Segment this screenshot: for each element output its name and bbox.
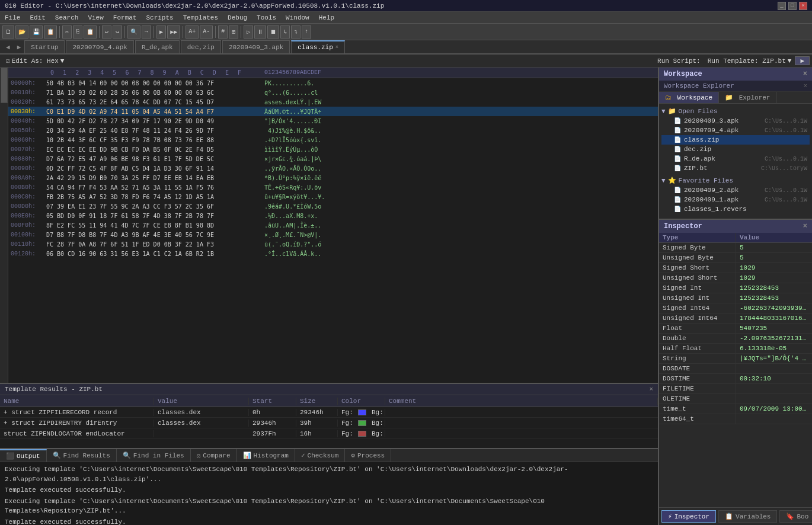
menu-edit[interactable]: Edit — [25, 13, 50, 23]
favorite-file-item[interactable]: 📄 20200409_2.apk C:\Us...0.1W — [661, 185, 810, 195]
template-table[interactable]: Name Value Start Size Color Comment + st… — [0, 395, 658, 448]
output-tab-find-results[interactable]: 🔍 Find Results — [47, 449, 117, 462]
hex-row[interactable]: 00070h: EC EC EC EC EE DD 9B CB FD DA B5… — [8, 145, 658, 154]
maximize-button[interactable]: □ — [788, 2, 797, 10]
inspector-tab-boo[interactable]: 🔖 Boo — [779, 510, 812, 523]
debug-step-button[interactable]: ↳ — [280, 25, 290, 39]
debug-out-button[interactable]: ↑ — [302, 25, 311, 39]
hex-row[interactable]: 000E0h: 05 BD D0 0F 91 18 7F 61 58 7F 4D… — [8, 211, 658, 220]
tab-nav-left[interactable]: ◀ — [2, 40, 14, 53]
redo-button[interactable]: ↪ — [113, 25, 122, 39]
workspace-panel-close[interactable]: × — [803, 70, 807, 78]
ws-tab-workspace[interactable]: 🗂 Workspace — [659, 92, 719, 103]
left-scrollbar[interactable] — [0, 68, 8, 383]
open-file-item[interactable]: 📄 class.zip — [661, 135, 810, 145]
open-file-item[interactable]: 📄 20200409_3.apk C:\Us...0.1W — [661, 116, 810, 126]
hex-row[interactable]: 000C0h: FB 2B 75 A5 A7 52 3D 78 FD F6 74… — [8, 192, 658, 201]
inspector-tab-variables[interactable]: 📋 Variables — [718, 510, 777, 523]
tab-rde[interactable]: R_de,apk — [135, 40, 180, 53]
hex-row[interactable]: 000A0h: 2A 42 29 15 D9 B0 70 3A 25 FF D7… — [8, 173, 658, 183]
favorite-file-item[interactable]: 📄 20200409_1.apk C:\Us...0.1W — [661, 195, 810, 204]
open-files-header[interactable]: ▼ 📁 Open Files — [661, 106, 810, 116]
goto-button[interactable]: → — [142, 25, 151, 39]
hex-row[interactable]: 00050h: 20 34 29 4A EF 25 40 E8 7F 48 11… — [8, 126, 658, 135]
menu-search[interactable]: Search — [50, 13, 84, 23]
open-file-item[interactable]: 📄 R_de.apk C:\Us...0.1W — [661, 154, 810, 164]
save-button[interactable]: 💾 — [30, 25, 43, 39]
run-template-dropdown[interactable]: Run Template: ZIP.bt ▼ — [704, 57, 795, 65]
inspector-rows-container[interactable]: Signed Byte 5 Unsigned Byte 5 Signed Sho… — [659, 243, 812, 507]
output-tab-output[interactable]: ⬛ Output — [0, 449, 47, 462]
output-tab-find-in-files[interactable]: 🔍 Find in Files — [117, 449, 191, 462]
tab-startup[interactable]: Startup — [24, 40, 65, 53]
output-tab-histogram[interactable]: 📊 Histogram — [237, 449, 295, 462]
grid-button[interactable]: ⊞ — [229, 25, 238, 39]
hex-row[interactable]: 000B0h: 54 CA 94 F7 F4 53 AA 52 71 A5 3A… — [8, 183, 658, 192]
run-template-button-small[interactable]: ▶ — [795, 56, 810, 65]
new-button[interactable]: 🗋 — [2, 25, 14, 39]
menu-window[interactable]: Window — [281, 13, 314, 23]
save-all-button[interactable]: 📋 — [44, 25, 57, 39]
hex-row[interactable]: 00000h: 50 4B 03 04 14 00 00 00 08 00 00… — [8, 78, 658, 88]
menu-help[interactable]: Help — [314, 13, 339, 23]
hex-row[interactable]: 000F0h: 8F E2 FC 55 11 94 41 4D 7C 7F CE… — [8, 220, 658, 230]
scrollbar-thumb[interactable] — [1, 68, 8, 103]
menu-tools[interactable]: Tools — [252, 13, 281, 23]
hex-row[interactable]: 00100h: D7 B8 7F D8 B8 7F 4D A3 9B AF 4E… — [8, 230, 658, 239]
cut-button[interactable]: ✂ — [62, 25, 72, 39]
template-results-close[interactable]: × — [649, 386, 653, 393]
tab-dec[interactable]: dec,zip — [181, 40, 221, 53]
open-file-item[interactable]: 📄 20200709_4.apk C:\Us...0.1W — [661, 126, 810, 135]
zoom-out-button[interactable]: A- — [200, 25, 213, 39]
run-template-chevron[interactable]: ▼ — [788, 57, 792, 65]
output-tab-checksum[interactable]: ✓ Checksum — [295, 449, 345, 462]
inspector-tab-inspector[interactable]: ⚡ Inspector — [661, 510, 716, 523]
copy-button[interactable]: ⎘ — [73, 25, 82, 39]
menu-templates[interactable]: Templates — [178, 13, 223, 23]
calc-button[interactable]: # — [218, 25, 228, 39]
hex-row[interactable]: 00120h: 06 B0 CD 16 90 63 31 56 E3 1A C1… — [8, 249, 658, 258]
edit-as-chevron[interactable]: ▼ — [60, 57, 65, 65]
open-button[interactable]: 📂 — [15, 25, 28, 39]
debug-pause-button[interactable]: ⏸ — [254, 25, 266, 39]
hex-row[interactable]: 000D0h: 07 39 EA E1 23 7F 55 9C 2A A3 CC… — [8, 201, 658, 211]
find-button[interactable]: 🔍 — [127, 25, 140, 39]
tab-nav-right[interactable]: ▶ — [14, 40, 25, 53]
debug-run-button[interactable]: ▷ — [244, 25, 253, 39]
hex-row[interactable]: 00110h: FC 28 7F 0A A8 7F 6F 51 1F ED D0… — [8, 239, 658, 249]
minimize-button[interactable]: _ — [778, 2, 786, 10]
ws-tab-explorer[interactable]: 📁 Explorer — [719, 92, 776, 103]
run-script-button[interactable]: ▶ — [156, 25, 166, 39]
hex-row[interactable]: 00060h: 10 2B 44 3F 6C CF 35 F3 F9 78 7B… — [8, 135, 658, 145]
inspector-close[interactable]: × — [803, 222, 807, 231]
debug-over-button[interactable]: ↴ — [291, 25, 300, 39]
output-tab-process[interactable]: ⚙ Process — [345, 449, 391, 462]
tab-20200709[interactable]: 20200709_4.apk — [66, 40, 133, 53]
tab-classzip-close[interactable]: × — [335, 44, 338, 50]
menu-view[interactable]: View — [83, 13, 108, 23]
hex-row[interactable]: 00090h: 0D 2C FF 72 C5 4F 8F AB C5 D4 1A… — [8, 164, 658, 173]
hex-row[interactable]: 00040h: 5D 0D 42 2F D2 78 27 34 09 7F 17… — [8, 116, 658, 126]
close-button[interactable]: × — [799, 2, 807, 10]
menu-file[interactable]: File — [0, 13, 25, 23]
template-row[interactable]: struct ZIPENDLOCATOR endLocator 2937Fh 1… — [0, 428, 658, 439]
menu-scripts[interactable]: Scripts — [141, 13, 178, 23]
open-file-item[interactable]: 📄 ZIP.bt C:\Us...toryW — [661, 164, 810, 173]
favorite-files-header[interactable]: ▼ ⭐ Favorite Files — [661, 175, 810, 185]
menu-format[interactable]: Format — [108, 13, 142, 23]
tab-20200409[interactable]: 20200409_3.apk — [222, 40, 290, 53]
template-row[interactable]: + struct ZIPFILERECORD record classes.de… — [0, 407, 658, 418]
edit-as-toggle[interactable]: ☑ Edit As: Hex ▼ — [2, 57, 68, 65]
run-template-button[interactable]: ▶▶ — [167, 25, 180, 39]
menu-debug[interactable]: Debug — [223, 13, 252, 23]
template-row[interactable]: + struct ZIPDIRENTRY dirEntry classes.de… — [0, 418, 658, 428]
hex-row[interactable]: 00080h: D7 6A 72 E5 47 A9 06 BE 98 F3 61… — [8, 154, 658, 164]
hex-row[interactable]: 00010h: 71 BA 1D 93 02 00 28 36 06 00 0B… — [8, 88, 658, 97]
edit-as-checkbox[interactable]: ☑ — [6, 57, 10, 65]
debug-stop-button[interactable]: ⏹ — [267, 25, 279, 39]
hex-row[interactable]: 00030h: C0 E1 D9 4D 02 A9 74 11 05 04 A5… — [8, 107, 658, 116]
tab-classzip[interactable]: class.zip × — [291, 40, 345, 53]
open-file-item[interactable]: 📄 dec.zip — [661, 145, 810, 154]
zoom-in-button[interactable]: A+ — [186, 25, 199, 39]
hex-rows-container[interactable]: 00000h: 50 4B 03 04 14 00 00 00 08 00 00… — [8, 78, 658, 383]
